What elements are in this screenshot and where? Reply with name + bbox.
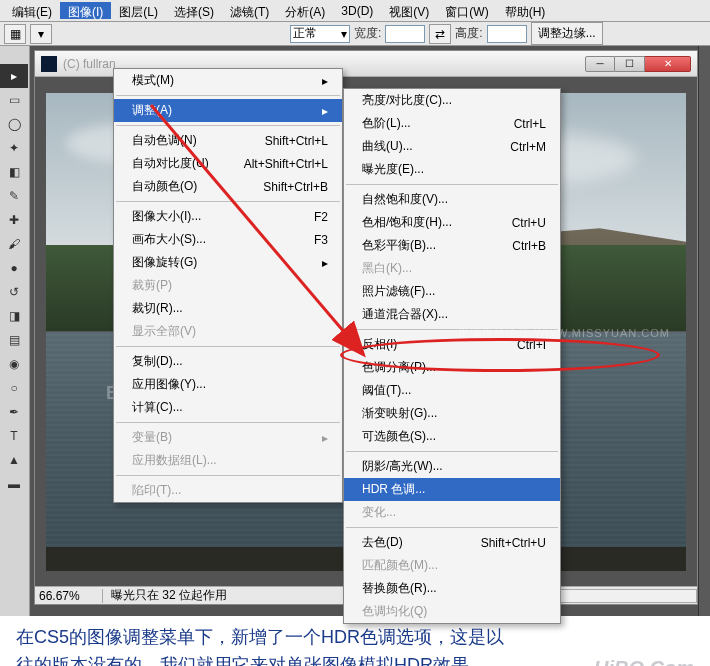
workspace: ▸ ▭ ◯ ✦ ◧ ✎ ✚ 🖌 ● ↺ ◨ ▤ ◉ ○ ✒ T ▲ ▬ (C) … (0, 46, 710, 616)
menu-image[interactable]: 图像(I) (60, 2, 111, 19)
tool-preset-icon[interactable]: ▦ (4, 24, 26, 44)
width-input[interactable] (385, 25, 425, 43)
close-button[interactable]: ✕ (645, 56, 691, 72)
watermark-uibq: UiBQ.Com (594, 653, 694, 666)
menu-filter[interactable]: 滤镜(T) (222, 2, 277, 19)
menu-calculations[interactable]: 计算(C)... (114, 396, 342, 419)
adj-hdr-toning[interactable]: HDR 色调... (344, 478, 560, 501)
brush-tool[interactable]: 🖌 (0, 232, 28, 256)
move-tool[interactable]: ▸ (0, 64, 28, 88)
menu-auto-tone[interactable]: 自动色调(N)Shift+Ctrl+L (114, 129, 342, 152)
menu-image-size[interactable]: 图像大小(I)...F2 (114, 205, 342, 228)
adj-curves[interactable]: 曲线(U)...Ctrl+M (344, 135, 560, 158)
adj-selective-color[interactable]: 可选颜色(S)... (344, 425, 560, 448)
menu-edit[interactable]: 编辑(E) (4, 2, 60, 19)
lasso-tool[interactable]: ◯ (0, 112, 28, 136)
adj-exposure[interactable]: 曝光度(E)... (344, 158, 560, 181)
swap-dimensions-icon[interactable]: ⇄ (429, 24, 451, 44)
dodge-tool[interactable]: ○ (0, 376, 28, 400)
caption-line2: 往的版本没有的。我们就用它来对单张图像模拟HDR效果。 (16, 652, 694, 666)
blend-mode-select[interactable]: 正常▾ (290, 25, 350, 43)
menu-help[interactable]: 帮助(H) (497, 2, 554, 19)
adj-variations: 变化... (344, 501, 560, 524)
menu-auto-color[interactable]: 自动颜色(O)Shift+Ctrl+B (114, 175, 342, 198)
adj-color-balance[interactable]: 色彩平衡(B)...Ctrl+B (344, 234, 560, 257)
adj-levels[interactable]: 色阶(L)...Ctrl+L (344, 112, 560, 135)
adj-brightness-contrast[interactable]: 亮度/对比度(C)... (344, 89, 560, 112)
image-menu-dropdown: 模式(M)▸ 调整(A)▸ 自动色调(N)Shift+Ctrl+L 自动对比度(… (113, 68, 343, 503)
menu-trim[interactable]: 裁切(R)... (114, 297, 342, 320)
menu-crop: 裁剪(P) (114, 274, 342, 297)
menu-trap: 陷印(T)... (114, 479, 342, 502)
ps-icon (41, 56, 57, 72)
toolbox: ▸ ▭ ◯ ✦ ◧ ✎ ✚ 🖌 ● ↺ ◨ ▤ ◉ ○ ✒ T ▲ ▬ (0, 46, 30, 616)
gradient-tool[interactable]: ▤ (0, 328, 28, 352)
options-bar: ▦ ▾ 正常▾ 宽度: ⇄ 高度: 调整边缘... (0, 22, 710, 46)
menu-image-rotation[interactable]: 图像旋转(G)▸ (114, 251, 342, 274)
adj-channel-mixer[interactable]: 通道混合器(X)... (344, 303, 560, 326)
menu-analysis[interactable]: 分析(A) (277, 2, 333, 19)
height-input[interactable] (487, 25, 527, 43)
adj-vibrance[interactable]: 自然饱和度(V)... (344, 188, 560, 211)
menu-duplicate[interactable]: 复制(D)... (114, 350, 342, 373)
shape-tool[interactable]: ▬ (0, 472, 28, 496)
adj-black-white: 黑白(K)... (344, 257, 560, 280)
adj-match-color: 匹配颜色(M)... (344, 554, 560, 577)
wand-tool[interactable]: ✦ (0, 136, 28, 160)
healing-tool[interactable]: ✚ (0, 208, 28, 232)
menubar: 编辑(E) 图像(I) 图层(L) 选择(S) 滤镜(T) 分析(A) 3D(D… (0, 0, 710, 22)
height-label: 高度: (455, 25, 482, 42)
minimize-button[interactable]: ─ (585, 56, 615, 72)
caption-line1: 在CS5的图像调整菜单下，新增了一个HDR色调选项，这是以 (16, 624, 694, 652)
menu-3d[interactable]: 3D(D) (333, 2, 381, 19)
menu-mode[interactable]: 模式(M)▸ (114, 69, 342, 92)
adj-hue-sat[interactable]: 色相/饱和度(H)...Ctrl+U (344, 211, 560, 234)
zoom-level[interactable]: 66.67% (35, 589, 103, 603)
menu-reveal-all: 显示全部(V) (114, 320, 342, 343)
pen-tool[interactable]: ✒ (0, 400, 28, 424)
crop-tool[interactable]: ◧ (0, 160, 28, 184)
adj-threshold[interactable]: 阈值(T)... (344, 379, 560, 402)
adj-replace-color[interactable]: 替换颜色(R)... (344, 577, 560, 600)
panel-dock[interactable] (698, 46, 710, 616)
stamp-tool[interactable]: ● (0, 256, 28, 280)
maximize-button[interactable]: ☐ (615, 56, 645, 72)
menu-apply-dataset: 应用数据组(L)... (114, 449, 342, 472)
marquee-tool[interactable]: ▭ (0, 88, 28, 112)
adj-desaturate[interactable]: 去色(D)Shift+Ctrl+U (344, 531, 560, 554)
eraser-tool[interactable]: ◨ (0, 304, 28, 328)
menu-window[interactable]: 窗口(W) (437, 2, 496, 19)
blur-tool[interactable]: ◉ (0, 352, 28, 376)
adjust-edge-button[interactable]: 调整边缘... (531, 22, 603, 45)
menu-view[interactable]: 视图(V) (381, 2, 437, 19)
status-info: 曝光只在 32 位起作用 (103, 587, 235, 604)
width-label: 宽度: (354, 25, 381, 42)
menu-canvas-size[interactable]: 画布大小(S)...F3 (114, 228, 342, 251)
menu-variables: 变量(B)▸ (114, 426, 342, 449)
document-title: (C) fullran (63, 57, 116, 71)
tool-preset-dropdown-icon[interactable]: ▾ (30, 24, 52, 44)
watermark-studio: 思缘设计论坛 WWW.MISSYUAN.COM (458, 326, 670, 341)
menu-layer[interactable]: 图层(L) (111, 2, 166, 19)
adj-equalize: 色调均化(Q) (344, 600, 560, 623)
adj-gradient-map[interactable]: 渐变映射(G)... (344, 402, 560, 425)
history-brush-tool[interactable]: ↺ (0, 280, 28, 304)
adj-posterize[interactable]: 色调分离(P)... (344, 356, 560, 379)
path-select-tool[interactable]: ▲ (0, 448, 28, 472)
adj-photo-filter[interactable]: 照片滤镜(F)... (344, 280, 560, 303)
adjustments-submenu: 亮度/对比度(C)... 色阶(L)...Ctrl+L 曲线(U)...Ctrl… (343, 88, 561, 624)
adj-shadows-highlights[interactable]: 阴影/高光(W)... (344, 455, 560, 478)
menu-apply-image[interactable]: 应用图像(Y)... (114, 373, 342, 396)
menu-select[interactable]: 选择(S) (166, 2, 222, 19)
menu-adjustments[interactable]: 调整(A)▸ (114, 99, 342, 122)
type-tool[interactable]: T (0, 424, 28, 448)
blend-mode-label: 正常 (293, 25, 317, 42)
eyedropper-tool[interactable]: ✎ (0, 184, 28, 208)
menu-auto-contrast[interactable]: 自动对比度(U)Alt+Shift+Ctrl+L (114, 152, 342, 175)
